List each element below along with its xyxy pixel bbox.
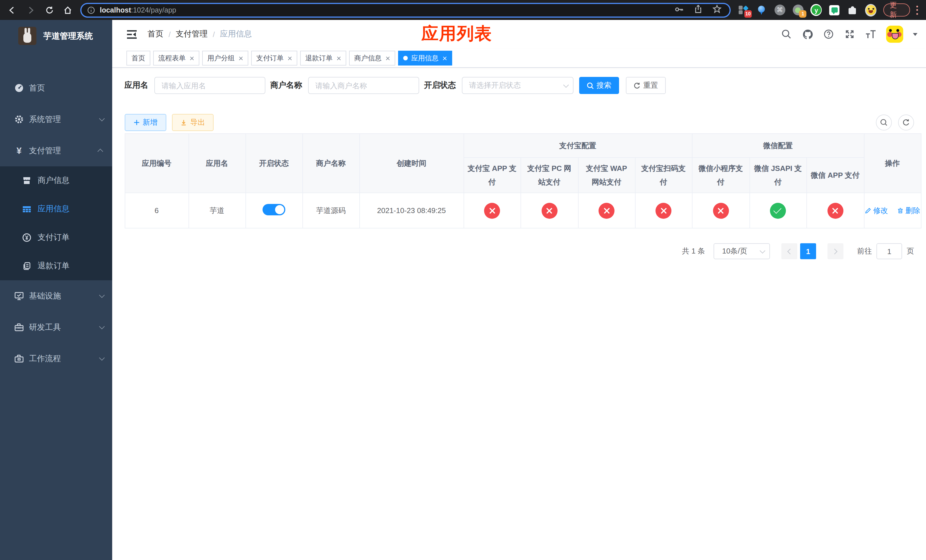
help-icon[interactable] <box>823 29 834 40</box>
delete-link[interactable]: 删除 <box>897 205 920 216</box>
sidebar-item-refund-orders[interactable]: 退款订单 <box>0 252 112 280</box>
browser-menu-icon[interactable] <box>916 5 918 15</box>
annotation-overlay: 应用列表 <box>421 22 492 45</box>
ext-grid-icon[interactable]: 10 <box>738 4 749 16</box>
ext-badge: 10 <box>744 10 752 17</box>
page-number-button[interactable]: 1 <box>800 243 816 259</box>
sidebar-item-pay-orders[interactable]: 支付订单 <box>0 223 112 252</box>
reset-button[interactable]: 重置 <box>626 77 666 94</box>
chevron-down-icon <box>563 82 569 88</box>
app-name-input[interactable] <box>154 77 265 94</box>
search-button[interactable]: 搜索 <box>579 77 619 94</box>
app-title: 芋道管理系统 <box>43 30 93 41</box>
total-count: 共 1 条 <box>682 246 705 256</box>
col-wechat-jsapi: 微信 JSAPI 支付 <box>749 157 806 193</box>
gear-icon <box>14 115 24 124</box>
export-button[interactable]: 导出 <box>172 114 213 131</box>
tab-pay-orders[interactable]: 支付订单 <box>251 51 297 65</box>
sidebar-item-system[interactable]: 系统管理 <box>0 104 112 135</box>
col-alipay-app: 支付宝 APP 支付 <box>464 157 520 193</box>
breadcrumb-payment[interactable]: 支付管理 <box>176 29 207 39</box>
close-icon[interactable] <box>287 56 292 61</box>
ext-chat-icon[interactable] <box>829 4 840 16</box>
col-actions: 操作 <box>864 133 921 193</box>
reload-icon[interactable] <box>43 4 56 16</box>
share-icon[interactable] <box>694 5 703 15</box>
close-icon[interactable] <box>189 56 194 61</box>
tab-merchant-info[interactable]: 商户信息 <box>349 51 395 65</box>
breadcrumb-home[interactable]: 首页 <box>147 29 163 39</box>
add-button[interactable]: 新增 <box>124 114 166 131</box>
refresh-button[interactable] <box>898 115 914 130</box>
tab-user-group[interactable]: 用户分组 <box>202 51 248 65</box>
ext-command-icon[interactable]: ⌘ <box>774 4 785 16</box>
password-key-icon[interactable] <box>675 4 684 16</box>
status-label: 开启状态 <box>424 80 456 91</box>
col-alipay-wap: 支付宝 WAP 网站支付 <box>578 157 635 193</box>
filter-form: 应用名 商户名称 开启状态 请选择开启状态 搜索 重置 <box>124 77 914 94</box>
breadcrumb-current: 应用信息 <box>220 29 252 39</box>
close-icon[interactable] <box>385 56 390 61</box>
ext-pin-icon[interactable] <box>756 4 767 16</box>
tab-app-info[interactable]: 应用信息 <box>398 51 452 65</box>
prev-page-button[interactable] <box>781 243 797 259</box>
col-alipay-qr: 支付宝扫码支付 <box>635 157 692 193</box>
chevron-down-icon <box>99 292 105 298</box>
merchant-name-label: 商户名称 <box>270 80 302 91</box>
close-icon[interactable] <box>442 56 447 61</box>
sidebar-item-dev-tools[interactable]: 研发工具 <box>0 312 112 343</box>
sidebar-item-home[interactable]: 首页 <box>0 73 112 104</box>
sidebar-collapse-icon[interactable] <box>126 29 137 39</box>
breadcrumb: 首页 / 支付管理 / 应用信息 <box>147 29 252 39</box>
browser-profile-avatar[interactable] <box>865 4 877 16</box>
tab-process-form[interactable]: 流程表单 <box>153 51 199 65</box>
col-status: 开启状态 <box>245 133 303 193</box>
sidebar-item-payment[interactable]: ¥ 支付管理 <box>0 135 112 166</box>
user-avatar[interactable] <box>886 26 903 43</box>
site-info-icon[interactable] <box>88 6 95 14</box>
address-bar[interactable]: localhost:1024/pay/app <box>80 3 731 17</box>
back-icon[interactable] <box>6 4 18 16</box>
edit-link[interactable]: 修改 <box>864 205 888 216</box>
sidebar-item-infrastructure[interactable]: 基础设施 <box>0 280 112 312</box>
status-select[interactable]: 请选择开启状态 <box>461 77 573 94</box>
home-icon[interactable] <box>62 4 74 16</box>
page-size-select[interactable]: 10条/页 <box>714 243 770 259</box>
sidebar-item-app-info[interactable]: 应用信息 <box>0 195 112 223</box>
sidebar-item-workflow[interactable]: 工作流程 <box>0 343 112 374</box>
app-logo[interactable]: 芋道管理系统 <box>0 20 112 46</box>
sidebar-item-merchant-info[interactable]: 商户信息 <box>0 166 112 195</box>
merchant-name-input[interactable] <box>308 77 419 94</box>
fullscreen-icon[interactable] <box>844 29 855 40</box>
documents-icon <box>22 261 31 271</box>
page-unit-label: 页 <box>906 246 914 256</box>
search-icon[interactable] <box>781 29 792 40</box>
close-icon[interactable] <box>336 56 341 61</box>
goto-page-input[interactable] <box>876 243 902 259</box>
breadcrumb-separator: / <box>169 30 171 38</box>
screen: localhost:1024/pay/app 10 ⌘ 1 y <box>0 0 926 560</box>
status-badge <box>655 203 672 218</box>
col-alipay-pc: 支付宝 PC 网站支付 <box>520 157 578 193</box>
tab-home[interactable]: 首页 <box>126 51 150 65</box>
next-page-button[interactable] <box>828 243 843 259</box>
payment-submenu: 商户信息 应用信息 支付订单 退款订单 <box>0 166 112 280</box>
bookmark-star-icon[interactable] <box>713 5 722 15</box>
enabled-switch[interactable] <box>263 204 285 215</box>
ext-puzzle-icon[interactable] <box>847 4 858 16</box>
grid-icon <box>22 204 31 214</box>
font-size-icon[interactable] <box>865 29 876 40</box>
update-button[interactable]: 更新 <box>884 3 910 17</box>
close-icon[interactable] <box>238 56 243 61</box>
ext-badge: 1 <box>799 10 807 17</box>
github-icon[interactable] <box>802 29 813 40</box>
top-navbar: 首页 / 支付管理 / 应用信息 <box>112 20 926 48</box>
col-wechat-mini: 微信小程序支付 <box>692 157 749 193</box>
hide-search-button[interactable] <box>876 115 892 130</box>
logo-image <box>18 27 36 45</box>
tab-refund-orders[interactable]: 退款订单 <box>300 51 346 65</box>
avatar-caret-icon[interactable] <box>913 33 917 36</box>
forward-icon[interactable] <box>24 4 37 16</box>
ext-y-icon[interactable]: y <box>811 4 822 16</box>
ext-record-icon[interactable]: 1 <box>793 4 804 16</box>
